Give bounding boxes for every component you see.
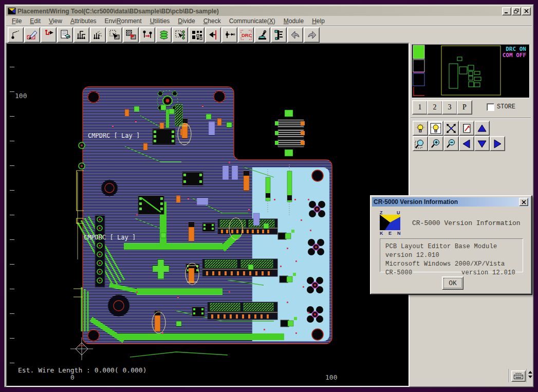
highlight-on-button[interactable] bbox=[413, 121, 428, 136]
menu-item-module[interactable]: Module bbox=[280, 16, 308, 26]
menu-item-attributes[interactable]: Attributes bbox=[66, 16, 101, 26]
draw-line-icon bbox=[10, 29, 22, 41]
store-checkbox[interactable] bbox=[487, 103, 494, 111]
wire-length-status: Est. Wire Length : 0.000( 0.000) bbox=[18, 366, 146, 374]
array-placement-icon bbox=[191, 29, 202, 41]
pan-right-button[interactable] bbox=[490, 136, 505, 151]
store-label: STORE bbox=[497, 103, 515, 110]
close-button[interactable] bbox=[522, 7, 531, 15]
pan-up-button[interactable] bbox=[474, 121, 490, 136]
menu-item-utilities[interactable]: Utilities bbox=[146, 16, 174, 26]
pan-left-button[interactable] bbox=[459, 136, 474, 151]
zuken-logo: Z U K E N bbox=[378, 210, 402, 235]
move-selection-button[interactable] bbox=[106, 27, 122, 43]
svg-text:U: U bbox=[397, 210, 400, 215]
ruler-tick bbox=[10, 338, 14, 339]
ok-button[interactable]: OK bbox=[442, 276, 463, 290]
menu-item-view[interactable]: View bbox=[45, 16, 66, 26]
zoom-window-button[interactable] bbox=[413, 136, 428, 151]
copy-selection-button[interactable] bbox=[123, 27, 139, 43]
menu-item-environment[interactable]: EnviRonment bbox=[101, 16, 146, 26]
ruler-tick bbox=[10, 289, 14, 289]
view-button-p[interactable]: P bbox=[457, 100, 472, 115]
route-bundle-icon bbox=[76, 29, 87, 41]
panel-separator bbox=[411, 118, 531, 119]
fanout-button[interactable] bbox=[90, 27, 106, 43]
expand-arrows-icon bbox=[446, 123, 456, 134]
highlight-window-button[interactable] bbox=[428, 121, 443, 136]
route-bundle-button[interactable] bbox=[73, 27, 89, 43]
pcb-canvas[interactable]: 100 0 100 CMPDRC [ Lay ] CMPDRC [ Lay ] … bbox=[6, 43, 410, 387]
previous-view-button[interactable] bbox=[459, 121, 474, 136]
array-placement-button[interactable] bbox=[189, 27, 205, 43]
axis-label-left-100: 100 bbox=[15, 92, 27, 100]
drc-check-icon: DRC bbox=[240, 29, 252, 41]
title-bar[interactable]: Placement/Wiring Tool(C:\cr5000\data\BDs… bbox=[6, 6, 532, 16]
app-logo-icon bbox=[8, 7, 16, 15]
via-move-button[interactable] bbox=[172, 27, 188, 43]
ruler-tick bbox=[10, 363, 14, 363]
edit-pencil-button[interactable] bbox=[24, 27, 40, 43]
zoom-out-button[interactable] bbox=[443, 136, 459, 151]
pan-down-button[interactable] bbox=[474, 136, 490, 151]
minimize-button[interactable] bbox=[502, 7, 511, 15]
push-left-button[interactable] bbox=[205, 27, 221, 43]
menu-item-edit[interactable]: Edit bbox=[26, 16, 45, 26]
ruler-tick bbox=[10, 264, 14, 265]
reroute-button[interactable] bbox=[41, 27, 57, 43]
board-navigator[interactable]: DRC ON COM OFF bbox=[412, 44, 530, 98]
zoom-in-icon bbox=[430, 138, 441, 150]
zoom-in-button[interactable] bbox=[428, 136, 443, 151]
zoom-window-icon bbox=[415, 138, 426, 150]
menu-item-help[interactable]: Help bbox=[308, 16, 329, 26]
keyboard-button[interactable] bbox=[511, 370, 526, 382]
draw-line-button[interactable] bbox=[8, 27, 24, 43]
bottom-separator-1 bbox=[509, 369, 510, 382]
view-button-1[interactable]: 1 bbox=[412, 100, 428, 115]
pin-swap-button[interactable] bbox=[139, 27, 155, 43]
measure-button[interactable] bbox=[271, 27, 287, 43]
dialog-title: CR-5000 Version Information bbox=[374, 198, 518, 206]
menu-item-file[interactable]: File bbox=[8, 16, 26, 26]
pcb-canvas-surface[interactable]: 100 0 100 CMPDRC [ Lay ] CMPDRC [ Lay ] … bbox=[7, 44, 409, 386]
zoom-out-icon bbox=[446, 138, 457, 150]
dialog-close-button[interactable] bbox=[519, 198, 528, 206]
menu-item-communicatex[interactable]: Communicate(X) bbox=[225, 16, 280, 26]
svg-text:Z: Z bbox=[380, 210, 383, 215]
pan-up-icon bbox=[477, 123, 487, 134]
menu-item-check[interactable]: Check bbox=[199, 16, 225, 26]
product-name: CR-5000 bbox=[385, 269, 413, 277]
undo-button[interactable] bbox=[287, 27, 303, 43]
copy-selection-icon bbox=[125, 29, 137, 41]
ok-button-focus-ring bbox=[444, 278, 461, 288]
view-button-3[interactable]: 3 bbox=[442, 100, 457, 115]
component-move-button[interactable] bbox=[221, 27, 237, 43]
restore-button[interactable] bbox=[512, 7, 521, 15]
panel-spinner[interactable] bbox=[528, 371, 532, 378]
spinner-down-icon[interactable] bbox=[528, 376, 532, 378]
fit-view-button[interactable] bbox=[443, 121, 459, 136]
svg-text:DRC: DRC bbox=[242, 32, 252, 38]
component-move-icon bbox=[224, 29, 235, 41]
menu-item-divide[interactable]: Divide bbox=[174, 16, 199, 26]
spinner-up-icon[interactable] bbox=[528, 371, 532, 374]
menu-bar: FileEditViewAttributesEnviRonmentUtiliti… bbox=[6, 16, 532, 26]
pan-left-icon bbox=[461, 139, 472, 149]
erase-sheet-button[interactable] bbox=[57, 27, 73, 43]
via-move-icon bbox=[175, 29, 186, 41]
pan-down-icon bbox=[477, 139, 487, 149]
redo-button[interactable] bbox=[304, 27, 320, 43]
version-info-dialog: CR-5000 Version Information Z U K E N CR… bbox=[370, 195, 532, 294]
view-button-2[interactable]: 2 bbox=[427, 100, 442, 115]
version-info-box: PCB Layout Editor Base Module version 12… bbox=[380, 238, 523, 272]
erase-sheet-icon bbox=[60, 29, 71, 41]
layer-pair-button[interactable] bbox=[156, 27, 172, 43]
ruler-tick bbox=[10, 141, 14, 141]
drc-check-button[interactable]: DRC bbox=[238, 27, 254, 43]
axis-label-bottom-0: 0 bbox=[70, 374, 75, 381]
inspect-button[interactable] bbox=[254, 27, 270, 43]
ruler-tick bbox=[10, 165, 14, 166]
bottom-separator-2 bbox=[527, 369, 528, 382]
move-selection-icon bbox=[109, 29, 120, 41]
dialog-title-bar[interactable]: CR-5000 Version Information bbox=[372, 197, 530, 207]
